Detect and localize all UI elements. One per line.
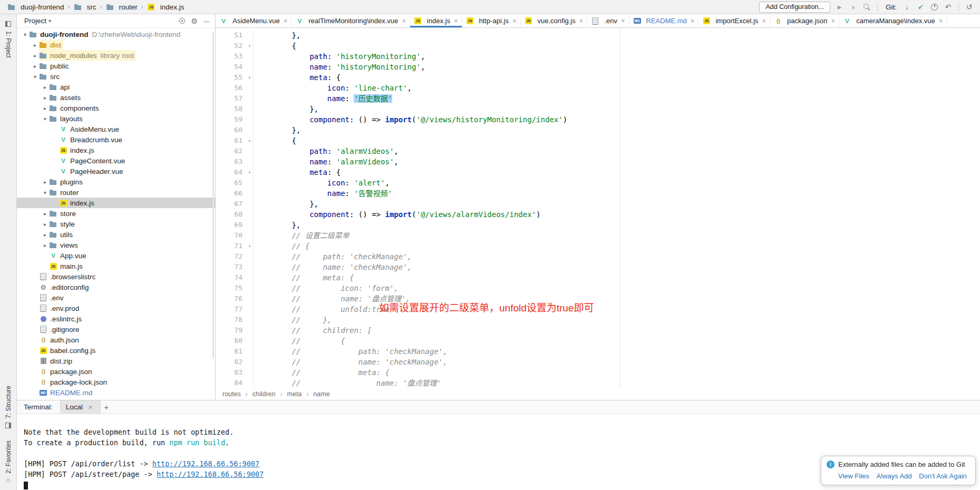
code-line[interactable]: 61▾ { [216,135,980,146]
git-rollback-icon[interactable] [944,3,953,12]
code-line[interactable]: 74 // meta: { [216,272,980,283]
chevron-right-icon[interactable]: ▸ [41,179,49,185]
chevron-down-icon[interactable]: ▾ [41,116,49,122]
tree-item-layouts[interactable]: ▾layouts [17,113,215,124]
code-line[interactable]: 65 icon: 'alert', [216,178,980,188]
code-line[interactable]: 67 }, [216,199,980,209]
code-line[interactable]: 60 }, [216,125,980,135]
tab-importExcel.js[interactable]: importExcel.js× [698,14,770,27]
tree-item-.env[interactable]: .env [17,292,215,303]
tab-http-api.js[interactable]: http-api.js× [462,14,521,27]
toolwindow-button-favorites[interactable]: 2: Favorites [4,438,13,488]
breadcrumb-item[interactable]: duoji-frontend [6,3,65,11]
tree-item-plugins[interactable]: ▸plugins [17,177,215,187]
tree-item-AsideMenu.vue[interactable]: AsideMenu.vue [17,124,215,134]
code-line[interactable]: 57 name: '历史数据' [216,93,980,104]
tree-item-package-lock.json[interactable]: package-lock.json [17,377,215,387]
toolwindow-button-structure[interactable]: 7: Structure [4,383,13,433]
tree-item-assets[interactable]: ▸assets [17,92,215,103]
tree-item-App.vue[interactable]: App.vue [17,250,215,261]
tree-item-babel.config.js[interactable]: babel.config.js [17,345,215,356]
code-editor[interactable]: 51 },52▾ {53 path: 'historyMonitoring',5… [216,28,980,388]
locate-file-icon[interactable] [178,16,187,25]
search-everywhere-icon[interactable] [862,3,871,12]
git-update-icon[interactable] [903,3,911,12]
breadcrumb-item[interactable]: src [73,3,98,11]
tree-item-.eslintrc.js[interactable]: .eslintrc.js [17,313,215,324]
run-icon[interactable] [835,3,844,12]
chevron-down-icon[interactable]: ▾ [31,74,39,80]
git-commit-icon[interactable] [916,3,925,12]
code-line[interactable]: 83 // meta: { [216,367,980,378]
notification-action[interactable]: Always Add [877,472,912,480]
breadcrumb-item-children[interactable]: children [252,390,276,398]
fold-marker[interactable]: ▾ [246,41,254,51]
close-icon[interactable]: × [691,17,695,25]
chevron-right-icon[interactable]: ▸ [41,221,49,227]
code-line[interactable]: 51 }, [216,30,980,41]
close-icon[interactable]: × [762,17,766,25]
tree-item-.gitignore[interactable]: .gitignore [17,324,215,335]
code-line[interactable]: 76 // name: '盘点管理', [216,293,980,304]
tree-item-PageHeader.vue[interactable]: PageHeader.vue [17,166,215,177]
code-line[interactable]: 63 name: 'alarmVideos', [216,156,980,167]
fold-marker[interactable]: ▾ [246,167,254,178]
code-line[interactable]: 58 }, [216,104,980,114]
toolwindow-button-project[interactable]: 1: Project [4,17,13,61]
tab-cameraManage\index.vue[interactable]: cameraManage\index.vue× [839,14,947,27]
close-icon[interactable]: × [621,17,625,25]
code-line[interactable]: 59 component: () => import('@/views/hist… [216,114,980,125]
close-icon[interactable]: × [831,17,836,25]
tree-item-public[interactable]: ▸public [17,61,215,71]
code-line[interactable]: 80 // { [216,336,980,346]
close-icon[interactable]: × [939,17,943,25]
hide-panel-icon[interactable] [202,16,211,25]
fold-marker[interactable]: ▾ [246,241,254,251]
tab-package.json[interactable]: package.json× [770,14,839,27]
tree-item-.env.prod[interactable]: .env.prod [17,303,215,313]
code-line[interactable]: 62 path: 'alarmVideos', [216,146,980,156]
fold-marker[interactable]: ▾ [246,135,254,146]
terminal-link[interactable]: http://192.168.66.56:9007 [152,459,259,468]
chevron-right-icon[interactable]: ▸ [41,242,49,248]
tree-item-store[interactable]: ▸store [17,208,215,219]
code-line[interactable]: 79 // children: [ [216,325,980,336]
tree-item-dist[interactable]: ▸dist [17,40,215,50]
chevron-right-icon[interactable]: ▸ [41,211,49,217]
tab-README.md[interactable]: README.md× [629,14,699,27]
code-line[interactable]: 77 // unfold:true [216,304,980,315]
code-line[interactable]: 66 name: '告警视频' [216,188,980,199]
breadcrumb-item[interactable]: router [105,3,139,11]
tree-item-src[interactable]: ▾src [17,71,215,82]
project-view-dropdown[interactable]: Project ▾ [24,17,51,25]
tree-item-PageContent.vue[interactable]: PageContent.vue [17,155,215,166]
tree-item-main.js[interactable]: main.js [17,261,215,271]
code-line[interactable]: 70 // 设置二级菜单 [216,230,980,241]
new-terminal-icon[interactable] [102,403,111,411]
chevron-right-icon[interactable]: ▸ [41,84,49,90]
code-line[interactable]: 52▾ { [216,41,980,51]
tree-item-.editorconfig[interactable]: .editorconfig [17,282,215,292]
project-scrollbar[interactable] [212,32,214,359]
code-line[interactable]: 64▾ meta: { [216,167,980,178]
code-line[interactable]: 81 // path: 'checkManage', [216,346,980,357]
notification-action[interactable]: Don't Ask Again [919,472,967,480]
tab-AsideMenu.vue[interactable]: AsideMenu.vue× [216,14,292,27]
breadcrumb-item-routes[interactable]: routes [222,390,241,398]
close-icon[interactable]: × [512,17,517,25]
tree-item-index.js[interactable]: index.js [17,198,215,208]
refresh-icon[interactable] [965,3,974,12]
tree-item-style[interactable]: ▸style [17,219,215,229]
close-icon[interactable]: × [454,17,458,25]
tree-item-duoji-frontend[interactable]: ▾duoji-frontendD:\zheheWeb\duoji-fronten… [17,29,215,40]
chevron-right-icon[interactable]: ▸ [31,63,39,69]
code-line[interactable]: 73 // name: 'checkManage', [216,262,980,272]
chevron-right-icon[interactable]: ▸ [41,105,49,111]
tree-item-api[interactable]: ▸api [17,82,215,92]
code-line[interactable]: 71▾ // { [216,241,980,251]
chevron-right-icon[interactable]: ▸ [41,232,49,238]
tree-item-package.json[interactable]: package.json [17,366,215,377]
stop-icon[interactable] [849,3,858,12]
close-icon[interactable]: × [284,17,288,25]
tree-item-node_modules[interactable]: ▸node_moduleslibrary root [17,50,215,61]
